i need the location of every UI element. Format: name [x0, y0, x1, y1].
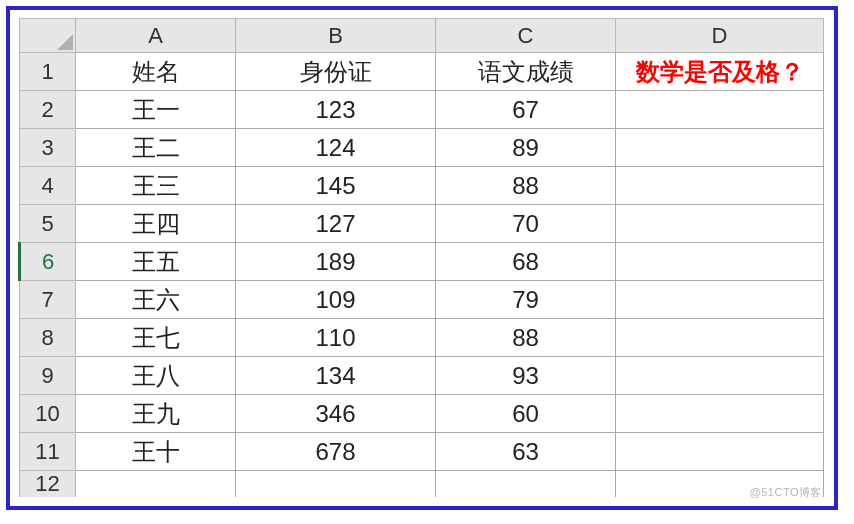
cell[interactable]: 145: [236, 167, 436, 205]
cell[interactable]: 70: [436, 205, 616, 243]
cell[interactable]: 王十: [76, 433, 236, 471]
table-row: 7王六10979: [20, 281, 824, 319]
cell[interactable]: 93: [436, 357, 616, 395]
cell[interactable]: 王一: [76, 91, 236, 129]
cell[interactable]: [616, 357, 824, 395]
select-all-corner[interactable]: [20, 19, 76, 53]
cell[interactable]: [616, 281, 824, 319]
table-row: 2王一12367: [20, 91, 824, 129]
spreadsheet-body: 1 姓名 身份证 语文成绩 数学是否及格？ 2王一123673王二124894王…: [20, 53, 824, 498]
col-header-C[interactable]: C: [436, 19, 616, 53]
cell[interactable]: 王四: [76, 205, 236, 243]
table-row: 6王五18968: [20, 243, 824, 281]
cell[interactable]: 语文成绩: [436, 53, 616, 91]
cell[interactable]: [616, 91, 824, 129]
table-row: 12: [20, 471, 824, 498]
column-header-row: A B C D: [20, 19, 824, 53]
col-header-D[interactable]: D: [616, 19, 824, 53]
row-header[interactable]: 4: [20, 167, 76, 205]
row-header[interactable]: 12: [20, 471, 76, 498]
cell[interactable]: 王六: [76, 281, 236, 319]
cell[interactable]: 王八: [76, 357, 236, 395]
cell[interactable]: [616, 319, 824, 357]
cell[interactable]: 124: [236, 129, 436, 167]
cell[interactable]: [76, 471, 236, 498]
cell[interactable]: 88: [436, 167, 616, 205]
cell[interactable]: 79: [436, 281, 616, 319]
cell[interactable]: 60: [436, 395, 616, 433]
cell[interactable]: 王五: [76, 243, 236, 281]
cell[interactable]: 346: [236, 395, 436, 433]
cell[interactable]: [236, 471, 436, 498]
spreadsheet-grid: A B C D 1 姓名 身份证 语文成绩 数学是否及格？ 2王一123673王…: [18, 18, 824, 497]
cell[interactable]: 63: [436, 433, 616, 471]
cell[interactable]: [616, 395, 824, 433]
table-row: 3王二12489: [20, 129, 824, 167]
cell[interactable]: 数学是否及格？: [616, 53, 824, 91]
cell[interactable]: 134: [236, 357, 436, 395]
spreadsheet-frame: A B C D 1 姓名 身份证 语文成绩 数学是否及格？ 2王一123673王…: [6, 6, 838, 510]
watermark-text: @51CTO博客: [750, 485, 822, 500]
cell[interactable]: 67: [436, 91, 616, 129]
row-header[interactable]: 2: [20, 91, 76, 129]
row-header[interactable]: 3: [20, 129, 76, 167]
table-row: 1 姓名 身份证 语文成绩 数学是否及格？: [20, 53, 824, 91]
row-header[interactable]: 6: [20, 243, 76, 281]
select-all-triangle-icon: [57, 34, 73, 50]
row-header[interactable]: 5: [20, 205, 76, 243]
cell[interactable]: 109: [236, 281, 436, 319]
cell[interactable]: [616, 243, 824, 281]
table-row: 9王八13493: [20, 357, 824, 395]
row-header[interactable]: 8: [20, 319, 76, 357]
cell[interactable]: 678: [236, 433, 436, 471]
cell[interactable]: 王三: [76, 167, 236, 205]
cell[interactable]: 89: [436, 129, 616, 167]
cell[interactable]: [616, 167, 824, 205]
table-row: 8王七11088: [20, 319, 824, 357]
row-header[interactable]: 1: [20, 53, 76, 91]
cell[interactable]: [616, 129, 824, 167]
cell[interactable]: 王七: [76, 319, 236, 357]
cell[interactable]: 王九: [76, 395, 236, 433]
cell[interactable]: 189: [236, 243, 436, 281]
col-header-B[interactable]: B: [236, 19, 436, 53]
row-header[interactable]: 10: [20, 395, 76, 433]
col-header-A[interactable]: A: [76, 19, 236, 53]
cell[interactable]: 姓名: [76, 53, 236, 91]
cell[interactable]: 127: [236, 205, 436, 243]
row-header[interactable]: 7: [20, 281, 76, 319]
table-row: 4王三14588: [20, 167, 824, 205]
cell[interactable]: 110: [236, 319, 436, 357]
cell[interactable]: 王二: [76, 129, 236, 167]
cell[interactable]: 88: [436, 319, 616, 357]
cell[interactable]: [616, 433, 824, 471]
cell[interactable]: [616, 205, 824, 243]
table-row: 5王四12770: [20, 205, 824, 243]
row-header[interactable]: 9: [20, 357, 76, 395]
svg-marker-0: [57, 34, 73, 50]
cell[interactable]: 123: [236, 91, 436, 129]
cell[interactable]: 身份证: [236, 53, 436, 91]
table-row: 10王九34660: [20, 395, 824, 433]
table-row: 11王十67863: [20, 433, 824, 471]
cell[interactable]: [436, 471, 616, 498]
row-header[interactable]: 11: [20, 433, 76, 471]
cell[interactable]: 68: [436, 243, 616, 281]
